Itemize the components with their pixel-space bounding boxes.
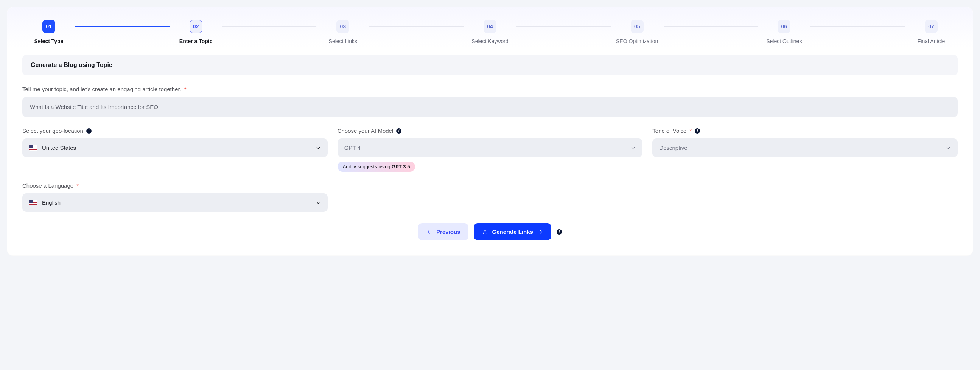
info-icon[interactable]: i <box>396 128 401 133</box>
generate-links-button-label: Generate Links <box>492 229 533 235</box>
step-label: Select Type <box>35 38 64 44</box>
language-field: Choose a Language * English <box>22 183 328 212</box>
step-label: Select Keyword <box>471 38 508 44</box>
step-06[interactable]: 06Select Outlines <box>757 20 810 44</box>
step-number: 05 <box>631 20 644 33</box>
required-asterisk: * <box>76 183 79 189</box>
flag-us-icon <box>29 200 37 205</box>
geo-label: Select your geo-location i <box>22 127 328 134</box>
step-connector <box>75 27 170 27</box>
chevron-down-icon <box>945 145 951 151</box>
step-label: Enter a Topic <box>179 38 213 44</box>
geo-value: United States <box>42 145 76 151</box>
geo-label-text: Select your geo-location <box>22 127 83 134</box>
step-connector <box>223 27 317 27</box>
language-label-text: Choose a Language <box>22 183 73 189</box>
step-number: 03 <box>336 20 349 33</box>
required-asterisk: * <box>184 86 186 92</box>
previous-button-label: Previous <box>436 229 460 235</box>
required-asterisk: * <box>689 127 692 134</box>
language-label: Choose a Language * <box>22 183 328 189</box>
tone-field: Tone of Voice * i Descriptive <box>652 127 958 157</box>
step-number: 01 <box>42 20 55 33</box>
model-field: Choose your AI Model i GPT 4 Addlly sugg… <box>337 127 643 172</box>
step-05[interactable]: 05SEO Optimization <box>611 20 664 44</box>
model-suggestion-prefix: Addlly suggests using <box>343 164 391 170</box>
geo-select[interactable]: United States <box>22 138 328 157</box>
model-value: GPT 4 <box>344 145 361 151</box>
step-label: Final Article <box>918 38 945 44</box>
model-suggestion-pill: Addlly suggests using GPT 3.5 <box>337 162 415 172</box>
tone-label: Tone of Voice * i <box>652 127 958 134</box>
generate-links-button[interactable]: Generate Links <box>474 223 551 240</box>
step-connector <box>664 27 758 27</box>
action-row: Previous Generate Links i <box>22 223 958 240</box>
step-connector <box>369 27 463 27</box>
sparkle-icon <box>482 229 488 235</box>
step-number: 04 <box>484 20 496 33</box>
step-number: 07 <box>925 20 938 33</box>
previous-button[interactable]: Previous <box>418 223 468 240</box>
step-label: Select Links <box>329 38 357 44</box>
geo-field: Select your geo-location i United States <box>22 127 328 157</box>
model-select[interactable]: GPT 4 <box>337 138 643 157</box>
step-number: 06 <box>778 20 791 33</box>
step-connector <box>517 27 611 27</box>
step-03[interactable]: 03Select Links <box>316 20 369 44</box>
language-select[interactable]: English <box>22 193 328 212</box>
step-07[interactable]: 07Final Article <box>905 20 958 44</box>
step-01[interactable]: 01Select Type <box>22 20 75 44</box>
topic-label: Tell me your topic, and let's create an … <box>22 86 958 92</box>
topic-label-text: Tell me your topic, and let's create an … <box>22 86 181 92</box>
model-label-text: Choose your AI Model <box>337 127 393 134</box>
arrow-left-icon <box>426 229 433 235</box>
tone-label-text: Tone of Voice <box>652 127 686 134</box>
info-icon[interactable]: i <box>695 128 700 133</box>
chevron-down-icon <box>315 200 321 205</box>
step-label: SEO Optimization <box>616 38 658 44</box>
chevron-down-icon <box>315 145 321 151</box>
info-icon[interactable]: i <box>557 229 562 235</box>
tone-value: Descriptive <box>659 145 687 151</box>
section-title: Generate a Blog using Topic <box>22 55 958 75</box>
model-suggestion-bold: GPT 3.5 <box>391 164 410 170</box>
arrow-right-icon <box>537 229 543 235</box>
info-icon[interactable]: i <box>86 128 92 133</box>
step-number: 02 <box>189 20 202 33</box>
language-value: English <box>42 199 60 206</box>
step-connector <box>810 27 905 27</box>
step-label: Select Outlines <box>766 38 802 44</box>
topic-input[interactable] <box>22 97 958 117</box>
chevron-down-icon <box>630 145 636 151</box>
step-02[interactable]: 02Enter a Topic <box>170 20 223 44</box>
model-label: Choose your AI Model i <box>337 127 643 134</box>
form-body: Generate a Blog using Topic Tell me your… <box>7 47 973 256</box>
step-04[interactable]: 04Select Keyword <box>463 20 517 44</box>
flag-us-icon <box>29 145 37 151</box>
wizard-card: 01Select Type02Enter a Topic03Select Lin… <box>7 7 973 256</box>
tone-select[interactable]: Descriptive <box>652 138 958 157</box>
stepper: 01Select Type02Enter a Topic03Select Lin… <box>7 7 973 47</box>
